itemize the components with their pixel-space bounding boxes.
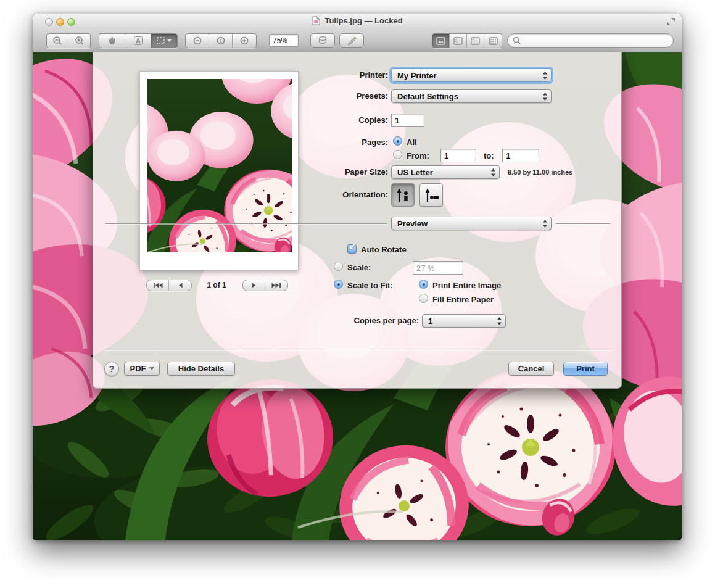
print-button-toolbar[interactable] [310,33,335,48]
previous-page-button[interactable] [169,280,191,291]
stepper-arrows-icon [542,72,548,81]
printer-label: Printer: [265,70,388,80]
fill-entire-paper-label: Fill Entire Paper [432,295,494,304]
hide-details-label: Hide Details [178,364,224,373]
minimize-button[interactable] [56,18,64,26]
paper-size-info: 8.50 by 11.00 inches [508,168,572,176]
checkmark-icon: ✓ [349,241,357,252]
presets-select[interactable]: Default Settings [391,89,552,103]
copies-field[interactable] [391,114,424,127]
hide-details-button[interactable]: Hide Details [167,362,235,376]
scale-label: Scale: [347,263,371,272]
auto-rotate-label: Auto Rotate [361,245,407,254]
copies-per-page-value: 1 [428,317,432,326]
paper-size-select[interactable]: US Letter [391,165,500,179]
print-dialog-sheet: 1 of 1 Printer: My Printer Presets: Defa… [93,52,622,389]
window-title: Tulips.jpg — Locked [324,16,402,25]
table-of-contents-view-button[interactable] [467,34,484,48]
zoom-window-button[interactable] [67,18,75,26]
pages-from-field[interactable] [440,149,476,162]
paper-size-value: US Letter [397,168,433,177]
cancel-button[interactable]: Cancel [508,362,554,376]
scale-radio[interactable] [334,262,343,271]
markup-pencil-button[interactable] [339,33,364,48]
document-icon [312,16,321,25]
printer-select[interactable]: My Printer [391,68,552,82]
last-page-button[interactable] [265,280,287,291]
pages-range-radio[interactable] [393,150,402,159]
zoom-out-view-button[interactable] [186,34,209,48]
content-only-view-button[interactable] [432,34,450,48]
printer-value: My Printer [397,71,437,80]
text-tool-button[interactable]: A [125,34,151,48]
copies-per-page-select[interactable]: 1 [422,314,506,328]
zoom-out-button[interactable] [47,34,68,48]
stepper-arrows-icon [490,168,496,178]
view-zoom-segment: 1 [185,33,257,48]
stepper-arrows-icon [497,317,502,327]
thumbnails-view-button[interactable] [450,34,467,48]
tool-segment: A [99,33,178,48]
fullscreen-icon[interactable] [666,17,676,26]
copies-per-page-label: Copies per page: [296,316,419,325]
auto-rotate-checkbox[interactable]: ✓ [347,244,357,254]
zoom-in-view-button[interactable] [233,34,256,48]
scale-to-fit-radio[interactable] [334,280,343,289]
portrait-orientation-icon [395,187,411,203]
first-page-button[interactable] [147,280,169,291]
footer-divider [104,350,611,350]
window-header: Tulips.jpg — Locked A [33,14,682,52]
pages-to-field[interactable] [502,149,539,162]
stepper-arrows-icon [542,220,548,230]
help-button[interactable]: ? [104,362,119,376]
contact-sheet-view-button[interactable] [484,34,502,48]
presets-label: Presets: [265,91,388,101]
print-entire-image-radio[interactable] [419,280,428,289]
pages-all-radio[interactable] [393,136,402,146]
chevron-down-icon [149,367,154,370]
section-divider-right [556,223,610,224]
view-mode-segment [432,33,502,48]
landscape-orientation-icon [423,187,439,203]
print-entire-image-label: Print Entire Image [432,281,501,290]
pdf-menu-button[interactable]: PDF [124,362,160,376]
print-label: Print [576,364,595,373]
select-tool-button[interactable] [151,34,177,48]
move-tool-button[interactable] [99,34,125,48]
close-button[interactable] [45,18,53,26]
orientation-portrait-button[interactable] [391,183,415,207]
search-input[interactable] [524,36,659,46]
titlebar[interactable]: Tulips.jpg — Locked [33,14,682,30]
svg-text:A: A [136,37,141,44]
stepper-arrows-icon [542,93,548,102]
sidebar-zoom-segment [46,33,91,48]
search-icon [513,36,521,44]
section-value: Preview [397,219,428,228]
orientation-label: Orientation: [265,190,388,199]
scale-to-fit-label: Scale to Fit: [347,281,393,290]
document-canvas: 1 of 1 Printer: My Printer Presets: Defa… [33,52,682,540]
page-indicator: 1 of 1 [192,281,241,289]
cancel-label: Cancel [518,364,545,373]
pages-all-label: All [407,138,417,147]
fill-entire-paper-radio[interactable] [419,294,428,303]
paper-size-label: Paper Size: [265,167,388,176]
section-divider-left [105,223,387,224]
actual-size-button[interactable]: 1 [209,34,233,48]
pages-from-label: From: [407,151,429,160]
section-select[interactable]: Preview [391,217,552,230]
pages-label: Pages: [265,138,388,147]
orientation-landscape-button[interactable] [419,183,443,207]
toolbar: A 1 [33,30,682,52]
zoom-level-field[interactable] [269,34,299,47]
page-nav-back-group [146,280,192,291]
copies-label: Copies: [265,115,388,125]
presets-value: Default Settings [397,92,458,101]
thumbnail-photo [147,79,292,252]
svg-text:1: 1 [219,38,222,44]
print-button[interactable]: Print [563,362,608,376]
scale-field[interactable] [413,261,463,275]
zoom-in-button[interactable] [68,34,90,48]
next-page-button[interactable] [243,280,265,291]
search-field[interactable] [507,33,674,48]
